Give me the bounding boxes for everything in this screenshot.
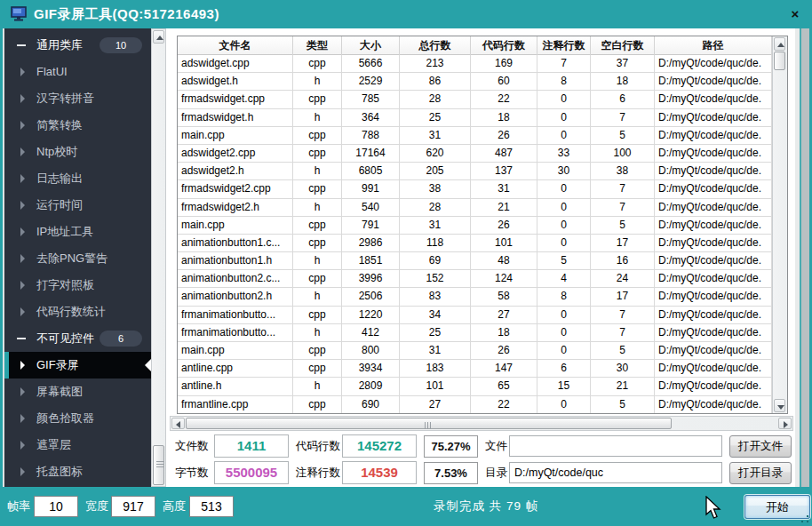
sidebar-item[interactable]: 去除PNG警告 bbox=[4, 245, 151, 272]
sidebar-item[interactable]: 打字对照板 bbox=[4, 272, 151, 299]
table-cell: 620 bbox=[400, 145, 471, 163]
column-header[interactable]: 类型 bbox=[293, 36, 342, 55]
triangle-right-icon bbox=[20, 147, 25, 156]
table-cell: frmadswidget2.h bbox=[178, 199, 293, 217]
table-row[interactable]: adswidget.cppcpp5666213169737D:/myQt/cod… bbox=[178, 55, 772, 73]
table-row[interactable]: antline.cppcpp3934183147630D:/myQt/code/… bbox=[178, 360, 772, 378]
table-cell: D:/myQt/code/quc/de. bbox=[655, 217, 772, 235]
close-icon[interactable]: × bbox=[785, 4, 805, 24]
sidebar-group-header[interactable]: 不可见控件6 bbox=[4, 325, 151, 352]
app-monitor-icon bbox=[11, 6, 28, 25]
sidebar-item[interactable]: 汉字转拼音 bbox=[4, 85, 151, 112]
sidebar-item-label: 颜色拾取器 bbox=[36, 405, 94, 432]
directory-path-input[interactable] bbox=[509, 462, 722, 483]
scroll-right-button[interactable] bbox=[778, 418, 792, 429]
table-cell: 4 bbox=[537, 270, 591, 288]
table-cell: 785 bbox=[342, 91, 400, 108]
scroll-down-button[interactable] bbox=[774, 399, 785, 412]
table-row[interactable]: frmadswidget.hh364251807D:/myQt/code/quc… bbox=[178, 109, 772, 127]
table-row[interactable]: animationbutton1.c...cpp2986118101017D:/… bbox=[178, 235, 772, 252]
column-header[interactable]: 文件名 bbox=[178, 36, 293, 55]
app-window: GIF录屏工具(QQ:517216493) × 通用类库10FlatUI汉字转拼… bbox=[0, 0, 812, 526]
sidebar-scroll-thumb[interactable] bbox=[153, 445, 164, 485]
table-cell: 7 bbox=[591, 109, 655, 127]
column-header[interactable]: 代码行数 bbox=[471, 36, 537, 55]
table-row[interactable]: main.cppcpp791312605D:/myQt/code/quc/de. bbox=[178, 217, 772, 235]
table-row[interactable]: antline.hh2809101651521D:/myQt/code/quc/… bbox=[178, 378, 772, 395]
table-row[interactable]: animationbutton2.hh25068358817D:/myQt/co… bbox=[178, 288, 772, 306]
table-cell: 21 bbox=[591, 378, 655, 395]
table-row[interactable]: animationbutton2.c...cpp3996152124424D:/… bbox=[178, 270, 772, 288]
table-cell: antline.h bbox=[178, 378, 293, 395]
table-row[interactable]: frmantline.cppcpp690272205D:/myQt/code/q… bbox=[178, 396, 772, 413]
sidebar-group-header[interactable]: 通用类库10 bbox=[4, 32, 151, 59]
sidebar-item[interactable]: 托盘图标 bbox=[4, 458, 151, 485]
table-cell: 38 bbox=[591, 163, 655, 180]
table-row[interactable]: adswidget.hh25298660818D:/myQt/code/quc/… bbox=[178, 73, 772, 91]
table-row[interactable]: frmadswidget2.hh540282107D:/myQt/code/qu… bbox=[178, 199, 772, 217]
file-path-input[interactable] bbox=[509, 435, 722, 457]
column-header[interactable]: 总行数 bbox=[400, 36, 471, 55]
sidebar-item[interactable]: Ntp校时 bbox=[4, 139, 151, 165]
column-header[interactable]: 空白行数 bbox=[591, 36, 655, 55]
column-header[interactable]: 注释行数 bbox=[537, 36, 591, 55]
table-horizontal-scrollbar[interactable] bbox=[170, 416, 793, 431]
table-vertical-scrollbar[interactable] bbox=[772, 36, 787, 413]
table-cell: 2809 bbox=[342, 378, 400, 395]
scroll-left-button[interactable] bbox=[171, 418, 185, 429]
table-cell: 0 bbox=[537, 324, 591, 342]
triangle-right-icon bbox=[20, 467, 25, 476]
fps-input[interactable] bbox=[34, 496, 78, 517]
table-cell: 26 bbox=[471, 342, 537, 360]
table-row[interactable]: frmadswidget.cppcpp785282206D:/myQt/code… bbox=[178, 91, 772, 108]
height-input[interactable] bbox=[189, 496, 234, 517]
sidebar-item[interactable]: FlatUI bbox=[4, 59, 151, 85]
sidebar-item-label: GIF录屏 bbox=[36, 352, 79, 379]
open-file-button[interactable]: 打开文件 bbox=[729, 435, 792, 458]
sidebar-item-label: 日志输出 bbox=[36, 165, 83, 192]
sidebar-item[interactable]: IP地址工具 bbox=[4, 219, 151, 245]
arrow-down-icon bbox=[777, 405, 784, 410]
table-cell: frmadswidget.cpp bbox=[178, 91, 293, 108]
table-row[interactable]: main.cppcpp788312605D:/myQt/code/quc/de. bbox=[178, 127, 772, 145]
record-status-text: 录制完成 共 79 帧 bbox=[434, 487, 538, 526]
open-directory-button[interactable]: 打开目录 bbox=[729, 462, 792, 484]
table-row[interactable]: animationbutton1.hh18516948516D:/myQt/co… bbox=[178, 252, 772, 270]
table-row[interactable]: frmadswidget2.cppcpp991383107D:/myQt/cod… bbox=[178, 180, 772, 198]
sidebar-item[interactable]: 颜色拾取器 bbox=[4, 405, 151, 432]
table-row[interactable]: frmanimationbutto...h412251807D:/myQt/co… bbox=[178, 324, 772, 342]
table-cell: 2529 bbox=[342, 73, 400, 91]
resize-grip[interactable] bbox=[800, 514, 809, 523]
table-cell: h bbox=[293, 73, 342, 91]
table-cell: 27 bbox=[400, 396, 471, 413]
scroll-up-button[interactable] bbox=[774, 37, 785, 51]
table-cell: D:/myQt/code/quc/de. bbox=[655, 396, 772, 413]
sidebar-item[interactable]: 屏幕截图 bbox=[4, 379, 151, 405]
table-row[interactable]: adswidget2.hh68052051373038D:/myQt/code/… bbox=[178, 163, 772, 180]
table-cell: animationbutton1.h bbox=[178, 252, 293, 270]
file-count-label: 文件数 bbox=[175, 434, 209, 458]
sidebar-item[interactable]: 日志输出 bbox=[4, 165, 151, 192]
sidebar-item[interactable]: 简繁转换 bbox=[4, 112, 151, 139]
table-row[interactable]: frmanimationbutto...cpp1220342707D:/myQt… bbox=[178, 307, 772, 324]
table-row[interactable]: adswidget2.cppcpp1716462048733100D:/myQt… bbox=[178, 145, 772, 163]
table-scroll-thumb[interactable] bbox=[774, 52, 785, 70]
scroll-up-button[interactable] bbox=[153, 30, 164, 44]
sidebar-scrollbar[interactable] bbox=[151, 28, 166, 487]
table-cell: 1220 bbox=[342, 307, 400, 324]
column-header[interactable]: 路径 bbox=[655, 36, 772, 55]
comment-lines-percent: 7.53% bbox=[424, 462, 478, 484]
sidebar-item[interactable]: 遮罩层 bbox=[4, 432, 151, 458]
comment-lines-label: 注释行数 bbox=[296, 461, 340, 484]
column-header[interactable]: 大小 bbox=[342, 36, 400, 55]
table-cell: D:/myQt/code/quc/de. bbox=[655, 342, 772, 360]
file-count-value: 1411 bbox=[214, 434, 289, 458]
thumb-grip-icon bbox=[425, 422, 433, 429]
sidebar-item[interactable]: 代码行数统计 bbox=[4, 299, 151, 325]
table-cell: h bbox=[293, 109, 342, 127]
width-input[interactable] bbox=[111, 496, 155, 517]
hscroll-thumb[interactable] bbox=[186, 418, 672, 429]
sidebar-item[interactable]: GIF录屏 bbox=[4, 352, 151, 379]
sidebar-item[interactable]: 运行时间 bbox=[4, 192, 151, 219]
table-row[interactable]: main.cppcpp800312605D:/myQt/code/quc/de. bbox=[178, 342, 772, 360]
